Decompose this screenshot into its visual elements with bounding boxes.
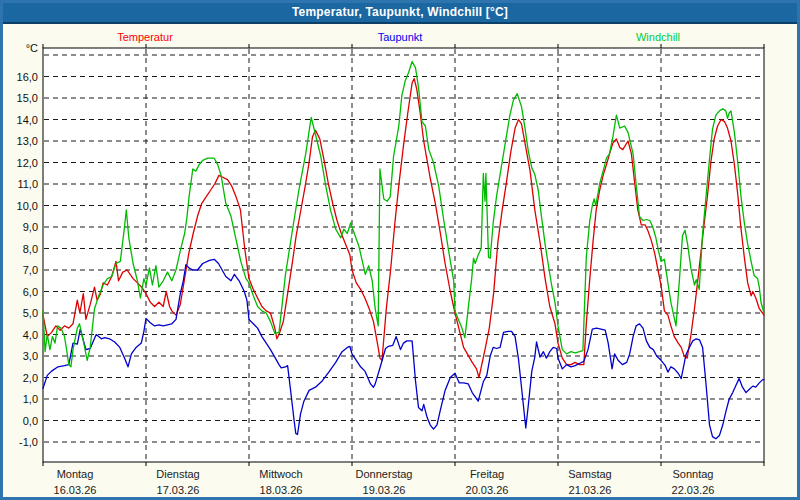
y-tick-label: 1,0: [23, 393, 38, 405]
y-tick-label: 4,0: [23, 329, 38, 341]
y-tick-label: 3,0: [23, 350, 38, 362]
x-axis-day-label: Samstag: [568, 468, 611, 480]
y-tick-label: 2,0: [23, 372, 38, 384]
x-axis-date-label: 21.03.26: [569, 484, 612, 496]
y-tick-label: 0,0: [23, 415, 38, 427]
y-tick-label: 11,0: [17, 178, 38, 190]
plot-area: [43, 48, 764, 462]
y-tick-label: -1,0: [19, 436, 38, 448]
y-tick-label: 14,0: [17, 114, 38, 126]
x-axis-day-label: Sonntag: [673, 468, 714, 480]
y-tick-label: 10,0: [17, 200, 38, 212]
y-tick-label: 8,0: [23, 243, 38, 255]
x-axis-date-label: 20.03.26: [466, 484, 509, 496]
x-axis-date-label: 18.03.26: [260, 484, 303, 496]
y-tick-label: 9,0: [23, 221, 38, 233]
x-axis-day-label: Montag: [57, 468, 94, 480]
y-tick-label: 13,0: [17, 135, 38, 147]
y-tick-label: 15,0: [17, 92, 38, 104]
chart-window: Temperatur, Taupunkt, Windchill [°C] Tem…: [0, 0, 800, 500]
y-tick-label: 12,0: [17, 157, 38, 169]
chart-plot: 16,015,014,013,012,011,010,09,08,07,06,0…: [3, 3, 800, 500]
x-axis-date-label: 17.03.26: [157, 484, 200, 496]
x-axis-date-label: 22.03.26: [672, 484, 715, 496]
y-tick-label: 5,0: [23, 307, 38, 319]
x-axis-date-label: 19.03.26: [363, 484, 406, 496]
x-axis-date-label: 16.03.26: [54, 484, 97, 496]
x-axis-day-label: Dienstag: [156, 468, 199, 480]
y-tick-label: 6,0: [23, 286, 38, 298]
x-axis-day-label: Freitag: [470, 468, 504, 480]
x-axis-day-label: Mittwoch: [259, 468, 302, 480]
y-tick-label: 16,0: [17, 71, 38, 83]
x-axis-day-label: Donnerstag: [356, 468, 413, 480]
y-tick-label: 7,0: [23, 264, 38, 276]
y-axis-unit-label: °C: [26, 42, 38, 54]
